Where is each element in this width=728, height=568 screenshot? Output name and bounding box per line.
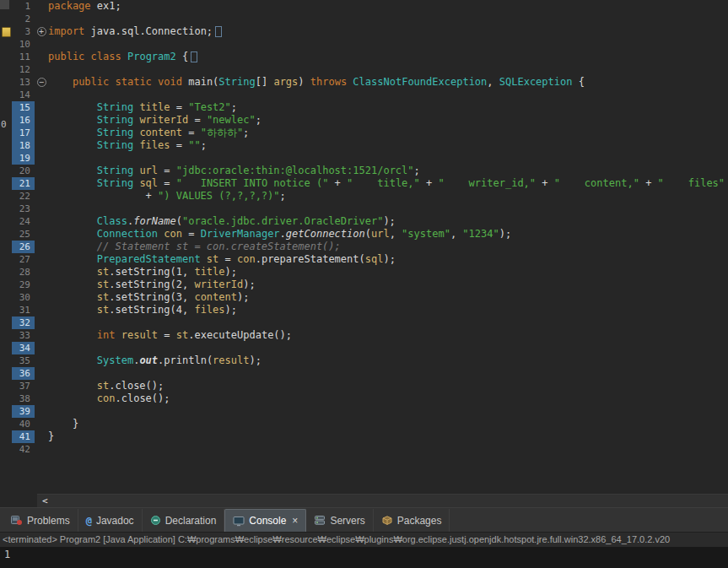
line-number[interactable]: 16 <box>12 114 35 127</box>
code-text[interactable]: Class.forName("oracle.jdbc.driver.Oracle… <box>48 215 396 228</box>
line-number[interactable]: 2 <box>12 13 35 25</box>
token-pl: = <box>188 114 207 126</box>
code-line: 1package ex1; <box>0 0 728 13</box>
line-number[interactable]: 25 <box>12 228 35 241</box>
tab-problems[interactable]: Problems <box>3 509 78 532</box>
code-text[interactable]: public static void main(String[] args) t… <box>48 76 585 89</box>
code-line: 11public class Program2 { <box>0 51 728 63</box>
code-text[interactable]: } <box>48 430 54 443</box>
code-text[interactable]: String sql = " INSERT INTO notice (" + "… <box>48 177 725 190</box>
line-number[interactable]: 33 <box>12 329 35 342</box>
token-var: st <box>97 304 109 316</box>
code-text[interactable]: package ex1; <box>48 0 121 13</box>
code-text[interactable]: st.setString(1, title); <box>48 266 237 279</box>
line-number[interactable]: 3 <box>12 25 35 38</box>
line-number[interactable]: 15 <box>12 101 35 114</box>
line-number[interactable]: 17 <box>12 127 35 139</box>
line-number[interactable]: 22 <box>12 190 35 203</box>
marker-bar-cell <box>0 266 12 279</box>
line-number[interactable]: 27 <box>12 253 35 266</box>
line-number[interactable]: 40 <box>12 418 35 430</box>
java-code-editor[interactable]: 1package ex1;23+import java.sql.Connecti… <box>0 0 728 507</box>
token-cls: Class <box>97 215 127 227</box>
code-text[interactable]: } <box>48 418 78 430</box>
fold-margin-cell <box>35 266 48 279</box>
code-text[interactable]: String title = "Test2"; <box>48 101 237 114</box>
code-text[interactable]: String files = ""; <box>48 139 207 152</box>
line-number[interactable]: 20 <box>12 165 35 177</box>
line-number[interactable]: 42 <box>12 443 35 456</box>
line-number[interactable]: 32 <box>12 316 35 329</box>
code-text[interactable]: public class Program2 { <box>48 51 197 63</box>
line-number[interactable]: 12 <box>12 63 35 76</box>
line-number[interactable]: 39 <box>12 405 35 418</box>
code-line: 35 System.out.println(result); <box>0 354 728 367</box>
line-number[interactable]: 38 <box>12 392 35 405</box>
horizontal-scrollbar[interactable]: < <box>37 494 728 507</box>
line-number[interactable]: 19 <box>12 152 35 165</box>
code-text[interactable]: String content = "하하하"; <box>48 127 249 139</box>
code-text[interactable]: st.setString(2, writerId); <box>48 279 256 291</box>
console-output-area[interactable]: 1 <box>0 547 728 568</box>
token-pl <box>48 291 97 303</box>
line-number[interactable]: 36 <box>12 367 35 380</box>
token-pl: ) <box>298 76 310 88</box>
token-pl: , <box>450 228 462 240</box>
fold-margin-cell <box>35 38 48 51</box>
code-text[interactable]: System.out.println(result); <box>48 354 262 367</box>
marker-bar-cell <box>0 329 12 342</box>
line-number[interactable]: 34 <box>12 342 35 354</box>
line-number[interactable]: 41 <box>12 430 35 443</box>
token-pl: ); <box>383 215 395 227</box>
fold-margin-cell: + <box>35 25 48 38</box>
line-number[interactable]: 37 <box>12 380 35 392</box>
token-pl: + <box>639 177 658 189</box>
line-number[interactable]: 10 <box>12 38 35 51</box>
code-text[interactable]: st.close(); <box>48 380 164 392</box>
line-number[interactable]: 13 <box>12 76 35 89</box>
code-text[interactable]: // Statement st = con.createStatement(); <box>48 241 341 253</box>
line-number[interactable]: 28 <box>12 266 35 279</box>
line-number[interactable]: 11 <box>12 51 35 63</box>
tab-console[interactable]: Console× <box>224 509 306 532</box>
marker-bar-cell <box>0 38 12 51</box>
line-number[interactable]: 1 <box>12 0 35 13</box>
token-cls: SQLException <box>499 76 573 88</box>
token-var: title <box>139 101 170 113</box>
line-number[interactable]: 30 <box>12 291 35 304</box>
code-text[interactable]: String writerId = "newlec"; <box>48 114 262 127</box>
code-text[interactable]: int result = st.executeUpdate(); <box>48 329 292 342</box>
code-text[interactable]: + ") VALUES (?,?,?,?)"; <box>48 190 286 203</box>
code-text[interactable]: PreparedStatement st = con.prepareStatem… <box>48 253 396 266</box>
line-number[interactable]: 24 <box>12 215 35 228</box>
line-number[interactable]: 18 <box>12 139 35 152</box>
code-text[interactable]: con.close(); <box>48 392 170 405</box>
line-number[interactable]: 26 <box>12 241 35 253</box>
token-pl <box>48 279 97 290</box>
code-text[interactable]: Connection con = DriverManager.getConnec… <box>48 228 511 241</box>
code-text[interactable]: st.setString(4, files); <box>48 304 237 316</box>
line-number[interactable]: 31 <box>12 304 35 316</box>
line-number[interactable]: 21 <box>12 177 35 190</box>
tab-servers[interactable]: Servers <box>306 509 373 532</box>
tab-close-icon[interactable]: × <box>292 515 298 527</box>
tab-packages[interactable]: Packages <box>374 509 450 532</box>
line-number[interactable]: 35 <box>12 354 35 367</box>
line-number[interactable]: 14 <box>12 89 35 101</box>
code-text[interactable]: import java.sql.Connection; <box>48 25 222 38</box>
warning-marker-icon[interactable] <box>2 27 11 37</box>
line-number[interactable]: 29 <box>12 279 35 291</box>
scroll-left-icon[interactable]: < <box>37 495 48 506</box>
token-pl: } <box>48 430 54 442</box>
fold-collapsed-icon[interactable]: + <box>37 27 46 36</box>
token-pl: ; <box>414 165 420 176</box>
tab-javadoc[interactable]: @Javadoc <box>78 509 143 532</box>
code-text[interactable]: String url = "jdbc:oracle:thin:@localhos… <box>48 165 420 177</box>
tab-declaration[interactable]: Declaration <box>143 509 225 532</box>
fold-expanded-icon[interactable]: − <box>37 78 46 87</box>
line-number[interactable]: 23 <box>12 203 35 215</box>
code-text[interactable]: st.setString(3, content); <box>48 291 249 304</box>
marker-bar-cell <box>0 0 12 13</box>
marker-bar-cell <box>0 291 12 304</box>
fold-margin-cell <box>35 114 48 127</box>
